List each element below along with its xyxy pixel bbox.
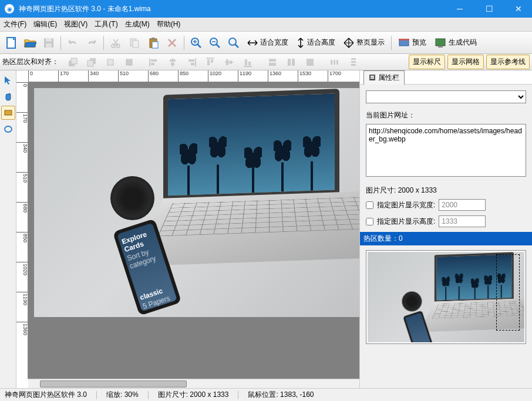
- svg-point-48: [5, 126, 12, 132]
- svg-rect-30: [207, 59, 210, 65]
- svg-rect-24: [151, 59, 157, 62]
- menu-view[interactable]: 视图(V): [64, 19, 87, 29]
- statusbar: 神奇网页图片热区软件 3.0 缩放: 30% 图片尺寸: 2000 x 1333…: [0, 388, 532, 401]
- close-button[interactable]: ✕: [510, 4, 527, 14]
- ellipse-tool[interactable]: [1, 122, 15, 136]
- hand-tool[interactable]: [1, 89, 15, 103]
- svg-rect-7: [133, 41, 139, 48]
- generate-label: 生成代码: [449, 38, 477, 48]
- save-button[interactable]: [40, 34, 58, 52]
- svg-rect-2: [46, 38, 52, 42]
- height-input[interactable]: [439, 215, 486, 227]
- preview-button[interactable]: 预览: [395, 34, 430, 52]
- send-backward-icon: [121, 56, 137, 69]
- vertical-ruler[interactable]: 0170340510680850102011901360: [16, 82, 28, 379]
- width-checkbox[interactable]: [366, 201, 373, 209]
- svg-rect-34: [245, 59, 247, 65]
- canvas-image: Explore Cards Sort by category classic 5…: [34, 88, 359, 317]
- rectangle-tool[interactable]: [1, 106, 15, 120]
- svg-rect-47: [5, 110, 12, 115]
- show-ruler-toggle[interactable]: 显示标尺: [409, 55, 445, 69]
- preview-icon: [398, 38, 410, 48]
- svg-rect-38: [288, 59, 291, 66]
- thumbnail-navigator[interactable]: [366, 250, 526, 344]
- align-right-icon: [183, 56, 200, 69]
- svg-rect-22: [107, 59, 113, 65]
- main-toolbar: 适合宽度 适合高度 整页显示 预览 生成代码: [0, 32, 532, 54]
- show-grid-toggle[interactable]: 显示网格: [447, 55, 484, 69]
- svg-rect-42: [334, 60, 335, 65]
- svg-rect-10: [152, 42, 158, 48]
- height-checkbox[interactable]: [366, 218, 373, 225]
- properties-tab-label: 属性栏: [378, 73, 399, 83]
- fit-height-button[interactable]: 适合高度: [293, 34, 339, 52]
- canvas-viewport[interactable]: Explore Cards Sort by category classic 5…: [28, 82, 359, 379]
- viewport-indicator[interactable]: [496, 254, 520, 331]
- generate-code-button[interactable]: 生成代码: [431, 34, 480, 52]
- new-button[interactable]: [2, 34, 20, 52]
- cut-button[interactable]: [107, 34, 124, 52]
- panel-tabs: 属性栏: [360, 70, 532, 85]
- redo-button[interactable]: [83, 34, 100, 52]
- distribute-h-icon: [326, 56, 343, 69]
- align-left-icon: [146, 56, 162, 69]
- menu-help[interactable]: 帮助(H): [157, 19, 181, 29]
- svg-rect-45: [351, 61, 356, 63]
- app-icon: ◉: [5, 4, 14, 14]
- svg-rect-28: [188, 59, 194, 62]
- menu-generate[interactable]: 生成(M): [125, 19, 150, 29]
- align-label: 热区层次和对齐：: [2, 57, 59, 67]
- align-center-h-icon: [164, 56, 181, 69]
- align-bottom-icon: [240, 56, 256, 69]
- svg-rect-31: [211, 59, 213, 63]
- left-tool-strip: [0, 70, 16, 388]
- menu-tools[interactable]: 工具(T): [95, 19, 117, 29]
- send-back-icon: [83, 56, 100, 69]
- svg-rect-37: [269, 63, 276, 66]
- undo-button[interactable]: [64, 34, 82, 52]
- svg-rect-15: [399, 39, 409, 41]
- svg-rect-23: [126, 59, 132, 65]
- zoom-out-button[interactable]: [206, 34, 224, 52]
- fit-page-icon: [344, 38, 354, 48]
- hotspot-count-header: 热区数量：0: [360, 232, 532, 245]
- width-input[interactable]: [439, 199, 486, 211]
- fit-page-button[interactable]: 整页显示: [340, 34, 388, 52]
- element-select[interactable]: [366, 90, 526, 103]
- minimize-button[interactable]: ─: [451, 4, 469, 14]
- delete-button[interactable]: [163, 34, 181, 52]
- svg-rect-21: [87, 60, 93, 66]
- url-label: 当前图片网址：: [366, 110, 526, 120]
- pointer-tool[interactable]: [1, 73, 15, 87]
- bring-front-icon: [65, 56, 81, 69]
- paste-button[interactable]: [144, 34, 162, 52]
- menu-edit[interactable]: 编辑(E): [33, 19, 57, 29]
- zoom-actual-button[interactable]: [225, 34, 243, 52]
- status-zoom: 缩放: 30%: [106, 390, 139, 400]
- height-check-label: 指定图片显示高度:: [377, 217, 435, 227]
- menu-file[interactable]: 文件(F): [4, 19, 26, 29]
- svg-rect-50: [371, 76, 374, 77]
- svg-rect-9: [151, 38, 155, 40]
- open-button[interactable]: [21, 34, 39, 52]
- fit-width-button[interactable]: 适合宽度: [244, 34, 292, 52]
- properties-tab[interactable]: 属性栏: [363, 70, 405, 85]
- svg-rect-40: [307, 59, 314, 66]
- maximize-button[interactable]: ☐: [480, 4, 498, 14]
- horizontal-scrollbar[interactable]: [28, 379, 359, 388]
- svg-rect-27: [171, 63, 174, 65]
- preview-label: 预览: [412, 38, 426, 48]
- zoom-in-button[interactable]: [187, 34, 205, 52]
- horizontal-ruler[interactable]: 017034051068085010201190136015301700: [28, 70, 359, 82]
- fit-width-label: 适合宽度: [260, 38, 288, 48]
- svg-rect-43: [336, 60, 338, 65]
- fit-width-icon: [247, 39, 258, 47]
- show-guides-toggle[interactable]: 显示参考线: [486, 55, 530, 69]
- svg-rect-46: [351, 64, 356, 66]
- url-textarea[interactable]: [366, 124, 526, 177]
- width-check-label: 指定图片显示宽度:: [377, 200, 435, 210]
- align-toolbar: 热区层次和对齐： 显示标尺 显示网格 显示参考线: [0, 54, 532, 70]
- copy-button[interactable]: [126, 34, 143, 52]
- svg-rect-14: [399, 40, 409, 46]
- same-width-icon: [264, 56, 281, 69]
